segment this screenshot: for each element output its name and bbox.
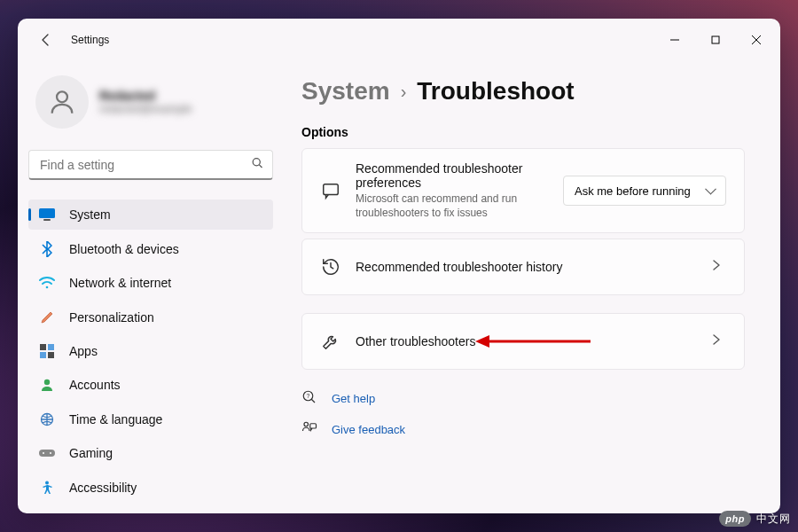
chevron-right-icon bbox=[710, 333, 726, 349]
sidebar-item-label: Network & internet bbox=[69, 276, 171, 290]
accessibility-icon bbox=[39, 480, 55, 496]
svg-rect-13 bbox=[48, 352, 54, 358]
link-text[interactable]: Give feedback bbox=[332, 423, 405, 436]
sidebar-item-system[interactable]: System bbox=[28, 200, 273, 230]
sidebar-item-label: Accessibility bbox=[69, 481, 137, 495]
sidebar-item-label: Bluetooth & devices bbox=[69, 242, 179, 256]
svg-rect-10 bbox=[40, 344, 46, 350]
gamepad-icon bbox=[39, 445, 55, 461]
avatar bbox=[35, 75, 89, 129]
card-title: Recommended troubleshooter history bbox=[356, 260, 696, 274]
svg-point-5 bbox=[253, 159, 260, 166]
svg-text:?: ? bbox=[307, 393, 310, 399]
svg-rect-11 bbox=[48, 344, 54, 350]
link-get-help: ? Get help bbox=[301, 389, 745, 408]
window-title: Settings bbox=[71, 34, 109, 46]
svg-line-6 bbox=[259, 165, 262, 168]
card-troubleshooter-preferences: Recommended troubleshooter preferences M… bbox=[301, 148, 745, 233]
svg-point-19 bbox=[45, 481, 49, 484]
sidebar-item-label: Personalization bbox=[69, 310, 154, 325]
svg-point-25 bbox=[304, 423, 309, 427]
watermark-text: 中文网 bbox=[756, 512, 791, 527]
feedback-icon bbox=[301, 420, 317, 439]
paintbrush-icon bbox=[39, 309, 55, 325]
settings-window: Settings Redacted redacted@example bbox=[18, 19, 780, 513]
sidebar-item-label: Apps bbox=[69, 344, 98, 358]
search-input[interactable] bbox=[28, 150, 273, 180]
chat-icon bbox=[320, 181, 341, 200]
card-other-troubleshooters[interactable]: Other troubleshooters bbox=[301, 313, 745, 370]
breadcrumb-parent[interactable]: System bbox=[301, 77, 390, 106]
profile-block[interactable]: Redacted redacted@example bbox=[28, 61, 273, 146]
svg-point-14 bbox=[44, 379, 50, 385]
search-icon bbox=[251, 157, 264, 174]
preferences-dropdown[interactable]: Ask me before running bbox=[563, 176, 726, 206]
svg-rect-1 bbox=[712, 36, 719, 43]
sidebar-item-personalization[interactable]: Personalization bbox=[28, 301, 273, 332]
sidebar-item-label: System bbox=[69, 207, 111, 222]
sidebar-item-accessibility[interactable]: Accessibility bbox=[28, 473, 273, 503]
svg-point-4 bbox=[57, 91, 67, 102]
card-body: Recommended troubleshooter history bbox=[356, 260, 696, 274]
sidebar-item-label: Time & language bbox=[69, 412, 162, 426]
svg-rect-16 bbox=[39, 450, 55, 457]
profile-text: Redacted redacted@example bbox=[99, 89, 192, 115]
svg-point-17 bbox=[43, 452, 44, 454]
chevron-right-icon: › bbox=[401, 82, 407, 102]
maximize-button[interactable] bbox=[695, 26, 736, 54]
link-text[interactable]: Get help bbox=[332, 392, 375, 405]
sidebar-item-label: Accounts bbox=[69, 378, 121, 392]
window-controls bbox=[654, 26, 777, 54]
globe-clock-icon bbox=[39, 411, 55, 427]
back-button[interactable] bbox=[32, 26, 60, 54]
help-links: ? Get help Give feedback bbox=[301, 389, 745, 439]
card-body: Recommended troubleshooter preferences M… bbox=[356, 161, 549, 220]
sidebar-item-bluetooth[interactable]: Bluetooth & devices bbox=[28, 233, 273, 263]
close-button[interactable] bbox=[736, 26, 777, 54]
profile-email: redacted@example bbox=[99, 103, 192, 115]
card-body: Other troubleshooters bbox=[356, 334, 696, 348]
svg-rect-26 bbox=[310, 424, 317, 428]
svg-rect-7 bbox=[39, 208, 55, 218]
sidebar: Redacted redacted@example System Bluetoo… bbox=[18, 61, 284, 513]
sidebar-item-time-language[interactable]: Time & language bbox=[28, 404, 273, 434]
svg-rect-20 bbox=[324, 184, 339, 195]
main-content: System › Troubleshoot Options Recommende… bbox=[284, 61, 780, 513]
profile-name: Redacted bbox=[99, 89, 192, 103]
card-title: Other troubleshooters bbox=[356, 334, 696, 348]
svg-rect-12 bbox=[40, 352, 46, 358]
bluetooth-icon bbox=[39, 241, 55, 257]
search-wrap bbox=[28, 150, 273, 180]
svg-point-9 bbox=[46, 286, 49, 289]
dropdown-value: Ask me before running bbox=[575, 184, 691, 198]
page-title: Troubleshoot bbox=[417, 77, 574, 106]
chevron-right-icon bbox=[710, 259, 726, 275]
sidebar-item-gaming[interactable]: Gaming bbox=[28, 438, 273, 468]
wifi-icon bbox=[39, 275, 55, 291]
titlebar: Settings bbox=[18, 19, 780, 61]
wrench-icon bbox=[320, 332, 341, 351]
section-heading: Options bbox=[301, 125, 745, 139]
history-icon bbox=[320, 257, 341, 277]
svg-point-18 bbox=[50, 452, 51, 454]
sidebar-item-network[interactable]: Network & internet bbox=[28, 268, 273, 298]
person-icon bbox=[39, 377, 55, 393]
minimize-button[interactable] bbox=[654, 26, 695, 54]
sidebar-item-apps[interactable]: Apps bbox=[28, 336, 273, 366]
link-give-feedback: Give feedback bbox=[301, 420, 745, 439]
monitor-icon bbox=[39, 207, 55, 223]
apps-icon bbox=[39, 343, 55, 359]
sidebar-item-accounts[interactable]: Accounts bbox=[28, 370, 273, 400]
card-subtitle: Microsoft can recommend and run troubles… bbox=[356, 192, 549, 220]
card-troubleshooter-history[interactable]: Recommended troubleshooter history bbox=[301, 239, 745, 295]
sidebar-item-label: Gaming bbox=[69, 446, 113, 460]
svg-rect-8 bbox=[43, 219, 51, 221]
breadcrumb: System › Troubleshoot bbox=[301, 77, 745, 106]
card-title: Recommended troubleshooter preferences bbox=[356, 161, 549, 190]
window-body: Redacted redacted@example System Bluetoo… bbox=[18, 61, 780, 513]
help-icon: ? bbox=[301, 389, 317, 408]
